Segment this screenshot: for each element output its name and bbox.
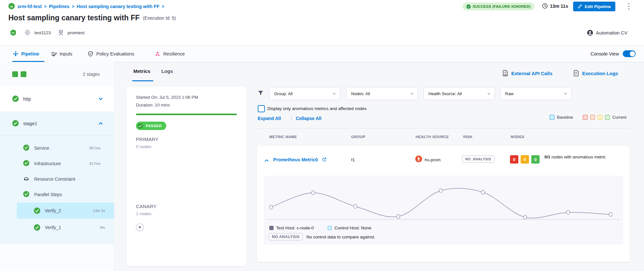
shield-check-icon: [88, 51, 93, 57]
elapsed-time-label: 13m 11s: [550, 4, 568, 9]
filter-icon[interactable]: [257, 90, 264, 96]
baseline-swatch: [550, 115, 554, 120]
started-on: Started On: Jul 5, 2023 1:06 PM: [136, 95, 198, 100]
edit-pencil-icon: [578, 4, 582, 9]
edit-pipeline-button[interactable]: Edit Pipeline: [573, 2, 615, 11]
health-source-filter-dropdown[interactable]: Health Source: All: [424, 87, 495, 100]
chevron-down-icon: [410, 92, 414, 95]
step-verify-2[interactable]: Verify_2 13m 3s: [17, 203, 114, 219]
tab-inputs[interactable]: Inputs: [51, 45, 72, 62]
breadcrumb-pipelines[interactable]: Pipelines: [49, 4, 70, 9]
col-group: GROUP: [351, 135, 365, 139]
nodes-filter-dropdown[interactable]: Nodes: All: [346, 87, 418, 100]
user-name: Automation CV: [596, 30, 628, 35]
stage1-section: stage1 Service 857ms Infrastructure 617m…: [0, 111, 114, 244]
stage-square-icon: [21, 71, 26, 77]
metric-line-chart[interactable]: [264, 177, 622, 226]
page-title: Host sampling canary testing with FF: [8, 14, 140, 22]
group-filter-dropdown[interactable]: Group: All: [269, 87, 340, 100]
app-root: ∞ srm-hf-test > Pipelines > Host samplin…: [0, 0, 644, 271]
breadcrumb-separator: >: [44, 4, 47, 9]
sidebar-stage-http[interactable]: http: [0, 86, 114, 112]
metric-group: f1: [351, 157, 355, 162]
collapse-all-link[interactable]: Collapse All: [296, 116, 322, 121]
nodes-anomalous-text: nodes with anomalous metric: [550, 155, 606, 159]
metric-name-link[interactable]: Prometheus Metric0: [273, 157, 318, 162]
sidebar-stage-stage1[interactable]: stage1: [0, 111, 114, 136]
user-chip: Automation CV: [587, 30, 628, 36]
test-host-label: Test Host: c-node-0: [276, 226, 314, 230]
step-infrastructure[interactable]: Infrastructure 617ms: [0, 156, 114, 171]
service-name[interactable]: test1123: [34, 30, 51, 35]
console-view-toggle[interactable]: [623, 50, 636, 57]
harness-logo-icon: ∞: [8, 3, 15, 9]
console-view-label: Console View: [591, 51, 619, 56]
step-service-duration: 857ms: [89, 146, 101, 150]
anomalous-only-checkbox[interactable]: [258, 105, 265, 112]
step-verify-1[interactable]: Verify_1 9m: [17, 219, 114, 236]
current-orange-swatch: [590, 115, 595, 120]
external-api-calls-link[interactable]: API External API Calls: [502, 70, 553, 77]
baseline-legend-label: Baseline: [557, 115, 573, 120]
no-analysis-message: No control data to compare against.: [306, 235, 375, 239]
step-parallel-steps[interactable]: Parallel Steps: [0, 187, 114, 202]
breadcrumb-separator: >: [72, 4, 74, 9]
success-check-icon: [12, 120, 19, 126]
console-view-control: Console View: [591, 50, 636, 57]
execution-id: (Execution Id: 5): [143, 15, 176, 21]
control-host-swatch: [328, 226, 332, 230]
status-badge: SUCCESS (FAILURE IGNORED): [463, 3, 534, 10]
breadcrumb-pipeline-name[interactable]: Host sampling canary testing with FF: [77, 4, 159, 9]
control-host-legend: Control Host: None: [328, 226, 371, 230]
link-separator: |: [291, 115, 292, 121]
chevron-down-icon: [487, 92, 491, 95]
tab-resilience[interactable]: Resilience: [155, 45, 185, 62]
execution-logs-link[interactable]: Execution Logs: [573, 70, 618, 77]
kebab-menu-icon[interactable]: [626, 2, 631, 11]
tab-pipeline[interactable]: Pipeline: [13, 45, 39, 62]
step-service-label: Service: [34, 146, 49, 151]
prometheus-icon: [415, 155, 422, 163]
stage-http-label: http: [23, 96, 31, 102]
expand-all-link[interactable]: Expand All: [258, 116, 281, 121]
current-red-swatch: [583, 115, 588, 120]
clock-icon: [542, 3, 548, 9]
elapsed-time: 13m 11s: [542, 3, 568, 9]
step-verify-2-label: Verify_2: [45, 208, 61, 213]
step-service[interactable]: Service 857ms: [0, 140, 114, 156]
artifact-rack-icon: [58, 30, 64, 35]
no-analysis-badge: NO ANALYSIS: [269, 233, 303, 240]
test-host-swatch: [269, 226, 274, 230]
primary-label: PRIMARY: [136, 136, 159, 142]
chevron-down-icon[interactable]: [98, 96, 103, 101]
external-api-icon: API: [502, 70, 508, 77]
node-count-red-badge: 0: [510, 155, 518, 164]
breadcrumb-project[interactable]: srm-hf-test: [17, 4, 42, 9]
execution-logs-icon: [573, 70, 579, 77]
toggle-knob: [630, 51, 635, 56]
chevron-up-icon[interactable]: [98, 121, 103, 126]
tab-inputs-label: Inputs: [60, 51, 72, 56]
passed-badge: PASSED: [136, 122, 166, 130]
svg-text:∞: ∞: [12, 31, 14, 35]
external-link-icon[interactable]: [322, 157, 327, 162]
view-mode-value: Raw: [505, 91, 514, 96]
step-resource-constraint[interactable]: Resource Constraint: [0, 171, 114, 187]
health-source-filter-value: Health Source: All: [428, 91, 462, 96]
chevron-down-icon: [564, 92, 567, 95]
control-host-label: Control Host: None: [334, 226, 371, 230]
collapse-row-chevron-icon[interactable]: [264, 158, 269, 163]
canary-node-hexagon-icon[interactable]: [135, 223, 144, 232]
view-mode-dropdown[interactable]: Raw: [500, 87, 572, 100]
risk-badge: NO_ANALYSIS: [462, 156, 495, 163]
svg-text:∞: ∞: [10, 4, 13, 9]
col-risk: RISK: [463, 135, 473, 139]
node-count-green-badge: 0: [531, 155, 540, 164]
col-metric-name: METRIC NAME: [269, 135, 297, 139]
metric-chart-panel: Test Host: c-node-0 Control Host: None N…: [264, 176, 623, 244]
subtab-metrics[interactable]: Metrics: [133, 68, 150, 74]
execution-sidebar: 2 stages http stage1: [0, 62, 115, 271]
tab-policy-evaluations[interactable]: Policy Evaluations: [88, 45, 134, 62]
artifact-name[interactable]: promtest: [68, 30, 85, 35]
subtab-logs[interactable]: Logs: [161, 68, 173, 74]
